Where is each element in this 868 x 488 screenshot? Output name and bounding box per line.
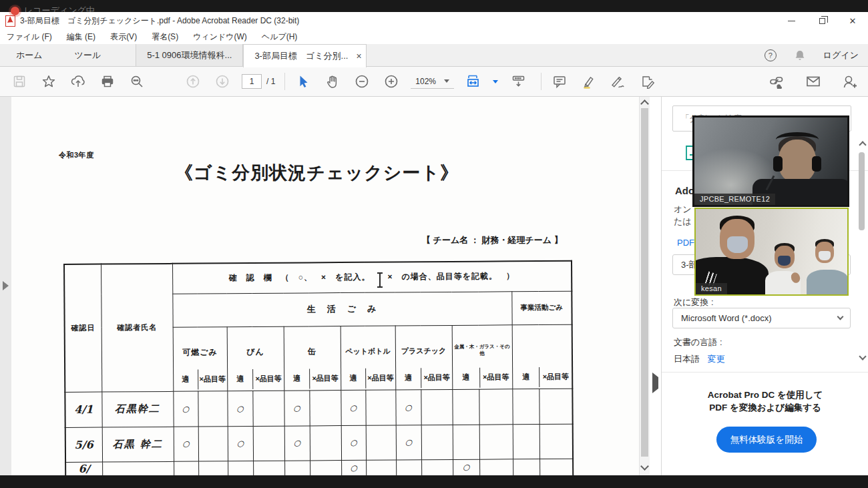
menu-file[interactable]: ファイル (F) [7, 31, 52, 43]
table-row: 4/1 石黒幹二 ○ ○ ○ ○ ○ [65, 389, 572, 427]
zoom-level-value: 102% [415, 77, 436, 86]
panel-divider [662, 372, 868, 373]
panel-scrollbar-thumb[interactable] [859, 152, 865, 230]
recording-banner: レコーディング中 [0, 0, 868, 12]
help-icon[interactable]: ? [765, 49, 777, 61]
document-scrollbar[interactable] [639, 97, 650, 475]
tab-bar: ホーム ツール 5-1 0906環境情報科... 3-部局目標 ゴミ分別... … [0, 44, 868, 67]
acrobat-pdf-icon [5, 15, 15, 27]
tab-document-2-active[interactable]: 3-部局目標 ゴミ分別... × [243, 44, 367, 67]
panel-description-line2: たは [674, 216, 692, 228]
expand-right-pane-icon[interactable] [652, 377, 658, 389]
comment-icon[interactable] [550, 71, 570, 91]
menu-edit[interactable]: 編集 (E) [67, 31, 95, 43]
expand-left-pane-icon[interactable] [3, 281, 9, 290]
language-value: 日本語 [674, 354, 700, 364]
fill-and-sign-icon[interactable] [638, 71, 658, 91]
person-left-mask [727, 236, 748, 253]
menu-sign[interactable]: 署名(S) [152, 31, 178, 43]
toolbar: 1 / 1 102% [0, 67, 868, 97]
sign-pen-icon[interactable] [608, 71, 628, 91]
scroll-up-icon[interactable] [640, 99, 649, 108]
hand-tool-icon[interactable] [322, 71, 343, 91]
tab-tools[interactable]: ツール [59, 44, 118, 66]
col-header-date: 確認日 [64, 264, 101, 392]
category-bottles: びん 適×品目等 [227, 326, 284, 391]
share-link-icon[interactable] [768, 74, 785, 89]
tab-close-icon[interactable]: × [356, 51, 361, 61]
chevron-down-icon [837, 314, 844, 320]
panel-scroll-down-icon[interactable] [860, 354, 865, 359]
menu-view[interactable]: 表示(V) [110, 31, 137, 43]
category-plastic: プラスチック 適×品目等 [395, 325, 452, 389]
notifications-bell-icon[interactable] [794, 49, 806, 62]
previous-page-icon[interactable] [183, 71, 203, 91]
document-language-label: 文書の言語 : [674, 336, 722, 348]
invite-person-icon[interactable] [841, 74, 857, 89]
login-button[interactable]: ログイン [823, 49, 859, 61]
zoom-out-icon[interactable] [352, 71, 372, 91]
change-language-link[interactable]: 変更 [708, 354, 725, 364]
zoom-in-icon[interactable] [381, 71, 401, 91]
chevron-down-icon [444, 79, 449, 83]
minimize-button[interactable] [776, 12, 807, 30]
check-sheet-table: 確認日 確認者氏名 確 認 欄 （ ○、 × を記入。 × の場合、品目等を記載… [63, 260, 574, 475]
save-icon[interactable] [9, 71, 29, 91]
menu-bar: ファイル (F) 編集 (E) 表示(V) 署名(S) ウィンドウ(W) ヘルプ… [0, 30, 868, 44]
menu-help[interactable]: ヘルプ(H) [262, 31, 298, 43]
group-business-waste: 事業活動ごみ [511, 291, 572, 325]
select-tool-icon[interactable] [293, 71, 313, 91]
person-right-mask [819, 251, 831, 260]
category-pet-bottles: ペットボトル 適×品目等 [341, 326, 395, 390]
category-cans: 缶 適×品目等 [284, 326, 341, 391]
panel-scroll-up-icon[interactable] [860, 142, 865, 148]
participant-name-label: kesan [696, 283, 727, 294]
toolbar-separator [541, 73, 541, 90]
tab-document-1[interactable]: 5-1 0906環境情報科... [136, 44, 243, 66]
zoom-level-dropdown[interactable]: 102% [411, 75, 454, 89]
scrollbar-thumb[interactable] [641, 108, 648, 457]
panel-description-line1: オン [674, 204, 692, 216]
promo-line1: Acrobat Pro DC を使用して [662, 389, 868, 401]
page-total-label: / 1 [266, 77, 275, 86]
restore-button[interactable] [807, 12, 837, 30]
search-icon[interactable] [127, 71, 147, 91]
chevron-down-icon[interactable] [493, 80, 498, 83]
video-tile-active-speaker[interactable]: kesan [694, 208, 849, 296]
page-number-input[interactable]: 1 [242, 74, 262, 89]
next-page-icon[interactable] [212, 71, 232, 91]
restore-icon [819, 18, 825, 24]
pdf-page: 令和3年度 《ゴミ分別状況チェックシート》 【 チーム名 ： 財務・経理チーム … [11, 97, 640, 475]
page-scrolling-icon[interactable] [509, 71, 529, 91]
email-icon[interactable] [805, 75, 821, 88]
menu-window[interactable]: ウィンドウ(W) [193, 31, 247, 43]
promo-line2: PDF を変換および編集する [662, 402, 868, 414]
bottom-letterbox [0, 475, 868, 488]
close-button[interactable]: ✕ [837, 12, 868, 30]
tab-home[interactable]: ホーム [0, 44, 59, 66]
participant-name-label: JPCBE_REMOTE12 [694, 194, 775, 205]
minimize-icon [788, 21, 795, 21]
left-pane-collapsed [0, 97, 11, 475]
team-name-label: 【 チーム名 ： 財務・経理チーム 】 [422, 234, 563, 246]
highlight-icon[interactable] [579, 71, 599, 91]
participant-face [779, 140, 816, 182]
select-pdf-link[interactable]: PDF [677, 238, 694, 248]
table-row: 6/ ○ ○ [65, 459, 573, 475]
start-free-trial-button[interactable]: 無料体験版を開始 [716, 427, 817, 453]
close-icon: ✕ [849, 17, 857, 25]
fiscal-year-label: 令和3年度 [59, 150, 94, 160]
table-note: 確 認 欄 （ ○、 × を記入。 × の場合、品目等を記載。 ） [172, 261, 572, 294]
video-tile-remote[interactable]: JPCBE_REMOTE12 [692, 115, 849, 207]
table-row: 5/6 石黒 幹二 ○ ○ ○ ○ ○ [65, 424, 573, 462]
toolbar-separator [284, 73, 285, 90]
convert-format-dropdown[interactable]: Microsoft Word (*.docx) [672, 308, 851, 328]
print-icon[interactable] [97, 71, 118, 91]
star-favorite-icon[interactable] [39, 71, 59, 91]
text-cursor [379, 272, 381, 288]
scroll-down-icon[interactable] [640, 462, 649, 471]
title-bar: 3-部局目標 ゴミ分別チェックシート.pdf - Adobe Acrobat R… [0, 12, 868, 30]
document-language-row: 日本語 変更 [674, 353, 725, 365]
fit-width-icon[interactable] [463, 71, 483, 91]
share-upload-icon[interactable] [68, 71, 88, 91]
